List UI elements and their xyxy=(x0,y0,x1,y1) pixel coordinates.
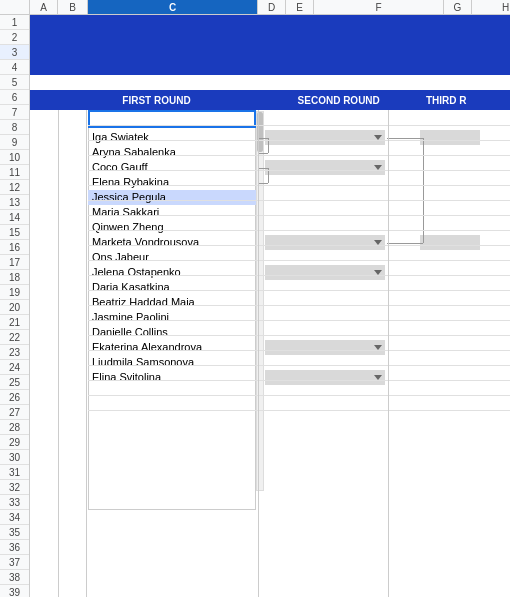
col-header-h[interactable]: H xyxy=(472,0,510,14)
row-num-38: 38 xyxy=(0,570,29,585)
row-num-28: 28 xyxy=(0,420,29,435)
row-num-9: 9 xyxy=(0,135,29,150)
grid-line xyxy=(88,170,510,171)
list-item[interactable]: Jelena Ostapenko xyxy=(88,265,258,280)
round2-box-4[interactable] xyxy=(265,265,385,280)
bracket-area: Iga Swiatek Aryna Sabalenka Coco Gauff E… xyxy=(30,110,510,597)
list-item[interactable]: Danielle Collins xyxy=(88,325,258,340)
list-item[interactable]: Elina Svitolina xyxy=(88,370,258,385)
list-item[interactable]: Qinwen Zheng xyxy=(88,220,258,235)
list-item[interactable]: Ons Jabeur xyxy=(88,250,258,265)
row-num-17: 17 xyxy=(0,255,29,270)
bracket-h-line xyxy=(258,153,268,154)
row-num-27: 27 xyxy=(0,405,29,420)
col-f-separator xyxy=(388,110,389,597)
list-item[interactable]: Daria Kasatkina xyxy=(88,280,258,295)
row-num-18: 18 xyxy=(0,270,29,285)
col-header-c[interactable]: C xyxy=(88,0,258,14)
list-item[interactable]: Beatriz Haddad Maia xyxy=(88,295,258,310)
round2-box-1[interactable] xyxy=(265,130,385,145)
row-num-15: 15 xyxy=(0,225,29,240)
bracket-h-line-r2 xyxy=(387,138,423,139)
round2-box-6[interactable] xyxy=(265,370,385,385)
row-num-33: 33 xyxy=(0,495,29,510)
row-num-22: 22 xyxy=(0,330,29,345)
content-area: FIRST ROUND SECOND ROUND THIRD R Iga Swi… xyxy=(30,15,510,597)
row-num-21: 21 xyxy=(0,315,29,330)
grid-line xyxy=(88,395,510,396)
row-num-31: 31 xyxy=(0,465,29,480)
list-item[interactable]: Coco Gauff xyxy=(88,160,258,175)
row-num-32: 32 xyxy=(0,480,29,495)
grid-line xyxy=(88,230,510,231)
row-num-23: 23 xyxy=(0,345,29,360)
list-item[interactable]: Jasmine Paolini xyxy=(88,310,258,325)
row-num-20: 20 xyxy=(0,300,29,315)
row-num-2: 2 xyxy=(0,30,29,45)
row-num-10: 10 xyxy=(0,150,29,165)
col-header-g[interactable]: G xyxy=(444,0,472,14)
list-item[interactable]: Marketa Vondrousova xyxy=(88,235,258,250)
grid-line xyxy=(88,125,510,126)
row-num-24: 24 xyxy=(0,360,29,375)
bracket-h-line xyxy=(258,138,268,139)
row-num-37: 37 xyxy=(0,555,29,570)
list-item[interactable]: Iga Swiatek xyxy=(88,130,258,145)
grid-line xyxy=(88,245,510,246)
grid-line xyxy=(88,365,510,366)
bracket-h-line xyxy=(258,168,268,169)
list-item[interactable]: Liudmila Samsonova xyxy=(88,355,258,370)
row-num-35: 35 xyxy=(0,525,29,540)
grid-line xyxy=(88,290,510,291)
grid-area: 1 2 3 4 5 6 7 8 9 10 11 12 13 14 15 16 1… xyxy=(0,15,510,597)
row-num-13: 13 xyxy=(0,195,29,210)
row-num-26: 26 xyxy=(0,390,29,405)
col-header-a[interactable]: A xyxy=(30,0,58,14)
round3-box-2[interactable] xyxy=(420,235,480,250)
col-header-d[interactable]: D xyxy=(258,0,286,14)
row-num-4: 4 xyxy=(0,60,29,75)
col-b-separator xyxy=(86,110,87,597)
col-header-b[interactable]: B xyxy=(58,0,88,14)
col-c-separator xyxy=(258,110,259,597)
list-item[interactable]: Maria Sakkari xyxy=(88,205,258,220)
row-num-29: 29 xyxy=(0,435,29,450)
blue-banner xyxy=(30,15,510,75)
third-round-header: THIRD R xyxy=(421,95,510,106)
grid-line xyxy=(88,410,510,411)
row-num-11: 11 xyxy=(0,165,29,180)
row-num-1: 1 xyxy=(0,15,29,30)
spreadsheet: A B C D E F G H 1 2 3 4 5 6 7 8 9 10 11 … xyxy=(0,0,510,597)
row-num-14: 14 xyxy=(0,210,29,225)
round3-box-1[interactable] xyxy=(420,130,480,145)
list-item-selected[interactable]: Jessica Pegula xyxy=(88,190,258,205)
row-num-25: 25 xyxy=(0,375,29,390)
grid-line xyxy=(88,155,510,156)
row-num-3: 3 xyxy=(0,45,29,60)
round2-box-5[interactable] xyxy=(265,340,385,355)
row-numbers: 1 2 3 4 5 6 7 8 9 10 11 12 13 14 15 16 1… xyxy=(0,15,30,597)
row-num-34: 34 xyxy=(0,510,29,525)
list-item[interactable]: Elena Rybakina xyxy=(88,175,258,190)
grid-line xyxy=(88,320,510,321)
row-num-16: 16 xyxy=(0,240,29,255)
col-header-f[interactable]: F xyxy=(314,0,444,14)
second-round-header: SECOND ROUND xyxy=(281,95,396,106)
bracket-v-line-r2 xyxy=(423,138,424,243)
list-item[interactable]: Ekaterina Alexandrova xyxy=(88,340,258,355)
grid-line xyxy=(88,275,510,276)
grid-line xyxy=(88,200,510,201)
grid-line xyxy=(88,350,510,351)
col-a-separator xyxy=(58,110,59,597)
column-headers: A B C D E F G H xyxy=(0,0,510,15)
row-num-6: 6 xyxy=(0,90,29,105)
grid-line xyxy=(88,185,510,186)
grid-line xyxy=(88,380,510,381)
row-num-30: 30 xyxy=(0,450,29,465)
round2-box-2[interactable] xyxy=(265,160,385,175)
row-num-36: 36 xyxy=(0,540,29,555)
col-header-e[interactable]: E xyxy=(286,0,314,14)
round2-box-3[interactable] xyxy=(265,235,385,250)
list-item[interactable]: Aryna Sabalenka xyxy=(88,145,258,160)
grid-line xyxy=(88,215,510,216)
